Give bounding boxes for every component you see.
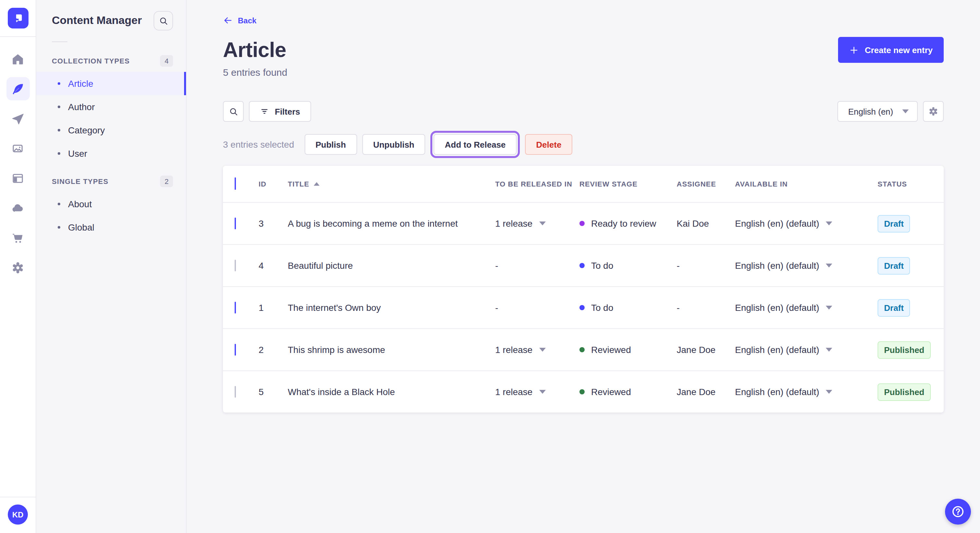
column-header-id[interactable]: ID [259, 180, 288, 188]
row-checkbox[interactable] [235, 217, 236, 229]
list-search-button[interactable] [223, 101, 244, 122]
row-checkbox[interactable] [235, 260, 236, 271]
subnav-item-category[interactable]: Category [36, 119, 186, 142]
help-button[interactable] [945, 499, 971, 525]
subnav-item-label: User [68, 148, 87, 159]
sort-ascending-icon [314, 182, 320, 186]
subnav-item-label: Author [68, 102, 95, 112]
column-header-title[interactable]: TITLE [288, 180, 495, 188]
cell-title: A bug is becoming a meme on the internet [288, 218, 495, 228]
subnav-item-article[interactable]: Article [36, 72, 186, 95]
release-value: 1 release [495, 344, 533, 355]
subnav-item-label: Global [68, 222, 94, 233]
table-row[interactable]: 2 This shrimp is awesome 1 release Revie… [223, 328, 944, 370]
bullet-icon [58, 129, 60, 132]
column-header-release[interactable]: TO BE RELEASED IN [495, 180, 579, 188]
cart-icon [11, 231, 25, 244]
cell-available-in[interactable]: English (en) (default) [735, 260, 878, 271]
select-all-checkbox[interactable] [235, 178, 236, 190]
release-value: - [495, 260, 498, 271]
cell-to-be-released-in[interactable]: - [495, 303, 579, 313]
add-to-release-button[interactable]: Add to Release [434, 134, 517, 155]
gear-icon [928, 106, 939, 117]
section-label: COLLECTION TYPES [52, 57, 130, 65]
bullet-icon [58, 226, 60, 228]
chevron-down-icon [539, 390, 546, 394]
table-row[interactable]: 5 What's inside a Black Hole 1 release R… [223, 370, 944, 412]
strapi-logo[interactable] [8, 8, 28, 29]
cloud-icon [11, 201, 25, 215]
subnav-item-global[interactable]: Global [36, 216, 186, 239]
back-link[interactable]: Back [223, 16, 256, 25]
nav-releases[interactable] [6, 107, 30, 130]
section-count-badge: 2 [160, 176, 173, 187]
cell-id: 3 [259, 218, 288, 228]
publish-button[interactable]: Publish [304, 134, 357, 155]
status-badge: Draft [878, 257, 910, 274]
nav-content-type-builder[interactable] [6, 167, 30, 190]
chevron-down-icon [826, 222, 832, 225]
subnav-item-user[interactable]: User [36, 142, 186, 165]
cell-to-be-released-in[interactable]: 1 release [495, 387, 579, 397]
table-row[interactable]: 3 A bug is becoming a meme on the intern… [223, 202, 944, 244]
subnav-item-author[interactable]: Author [36, 95, 186, 119]
table-row[interactable]: 1 The internet's Own boy - To do - Engli… [223, 286, 944, 328]
column-header-assignee[interactable]: ASSIGNEE [677, 180, 735, 188]
column-header-available-in[interactable]: AVAILABLE IN [735, 180, 878, 188]
available-in-value: English (en) (default) [735, 387, 819, 397]
chevron-down-icon [826, 348, 832, 352]
cell-review-stage: Reviewed [579, 344, 677, 355]
column-header-review-stage[interactable]: REVIEW STAGE [579, 180, 677, 188]
main-nav: KD [0, 0, 36, 533]
cell-title: Beautiful picture [288, 260, 495, 271]
layout-icon [11, 171, 25, 185]
nav-marketplace[interactable] [6, 226, 30, 249]
locale-select[interactable]: English (en) [837, 101, 918, 122]
images-icon [11, 141, 25, 155]
back-label: Back [238, 16, 256, 25]
cell-status: Draft [878, 215, 944, 232]
available-in-value: English (en) (default) [735, 344, 819, 355]
delete-button[interactable]: Delete [525, 134, 572, 155]
cell-status: Draft [878, 299, 944, 316]
filters-button[interactable]: Filters [249, 101, 311, 122]
nav-home[interactable] [6, 47, 30, 71]
row-checkbox[interactable] [235, 386, 236, 398]
subnav-section: COLLECTION TYPES 4 Article Author Catego… [36, 50, 186, 165]
bullet-icon [58, 106, 60, 108]
cell-review-stage: Ready to review [579, 218, 677, 228]
stage-label: Reviewed [591, 387, 631, 397]
entries-table: ID TITLE TO BE RELEASED IN REVIEW STAGE … [223, 166, 944, 412]
unpublish-button[interactable]: Unpublish [362, 134, 425, 155]
row-checkbox[interactable] [235, 302, 236, 314]
cell-available-in[interactable]: English (en) (default) [735, 344, 878, 355]
column-header-status[interactable]: STATUS [878, 180, 944, 188]
create-new-entry-button[interactable]: Create new entry [838, 37, 944, 63]
stage-label: To do [591, 260, 614, 271]
nav-content-manager[interactable] [6, 77, 30, 100]
nav-media-library[interactable] [6, 136, 30, 160]
cell-to-be-released-in[interactable]: 1 release [495, 344, 579, 355]
view-settings-button[interactable] [923, 101, 944, 122]
subnav-divider [52, 41, 67, 42]
stage-dot-icon [579, 389, 585, 394]
cell-review-stage: To do [579, 260, 677, 271]
user-avatar[interactable]: KD [8, 504, 28, 525]
table-row[interactable]: 4 Beautiful picture - To do - English (e… [223, 244, 944, 286]
cell-available-in[interactable]: English (en) (default) [735, 387, 878, 397]
cell-available-in[interactable]: English (en) (default) [735, 303, 878, 313]
subnav-search-button[interactable] [154, 11, 173, 30]
filters-label: Filters [275, 106, 300, 116]
search-icon [159, 16, 168, 25]
main-content: Back Article Create new entry 5 entries … [187, 0, 980, 533]
subnav-item-about[interactable]: About [36, 192, 186, 216]
nav-settings[interactable] [6, 256, 30, 279]
chevron-down-icon [826, 306, 832, 309]
row-checkbox[interactable] [235, 344, 236, 355]
nav-cloud[interactable] [6, 196, 30, 219]
cell-to-be-released-in[interactable]: - [495, 260, 579, 271]
cell-assignee: Jane Doe [677, 387, 735, 397]
cell-available-in[interactable]: English (en) (default) [735, 218, 878, 228]
cell-to-be-released-in[interactable]: 1 release [495, 218, 579, 228]
release-value: - [495, 303, 498, 313]
